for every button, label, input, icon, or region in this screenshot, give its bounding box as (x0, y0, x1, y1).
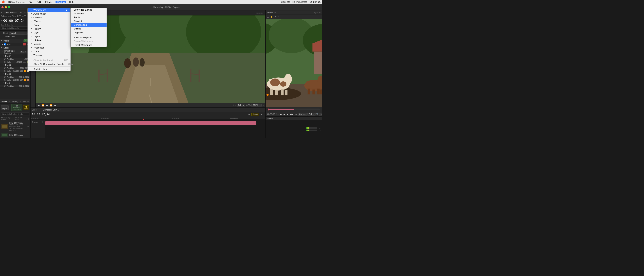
menu-controls[interactable]: ✓ Controls (28, 16, 70, 20)
point1-header[interactable]: ▼ Point 1 (0, 54, 30, 58)
ws-save[interactable]: Save Workspace... (71, 36, 106, 39)
menu-back-to-home[interactable]: Back to Home ⌘1 (28, 67, 70, 71)
point4-position-value[interactable]: -300.0 -300.0 (19, 85, 30, 87)
minimize-button[interactable] (5, 6, 7, 8)
masks-section-header[interactable]: ▼ Masks Add (0, 39, 30, 42)
help-menu[interactable]: Help (68, 1, 75, 4)
timeline-settings-icon[interactable]: ⚙ (247, 113, 251, 116)
tab-lifetime[interactable]: Lifetime (10, 12, 17, 14)
tab-media[interactable]: Media (2, 100, 7, 102)
out-point-icon[interactable]: ⎱ (235, 104, 236, 106)
in-point-icon[interactable]: ⎰ (233, 104, 234, 106)
media-item-1[interactable]: IMG_5105.mov (0, 132, 30, 138)
step-back-btn[interactable]: ⏪ (41, 104, 45, 107)
workspaces-submenu[interactable]: 360 Video Editing All Panels Audio Color… (71, 8, 107, 47)
point2-header[interactable]: ▼ Point 2 (0, 64, 30, 67)
viewer-playhead-indicator[interactable] (266, 94, 269, 96)
viewer-options-btn[interactable]: Options (298, 113, 306, 116)
sort-icon[interactable]: ↑↓ (25, 118, 27, 120)
effects-section-header[interactable]: ▼ Effects (0, 46, 30, 50)
timeline-playhead[interactable] (143, 118, 144, 120)
effect-expand-icon[interactable] (2, 51, 3, 53)
media-item-0[interactable]: IMG_5099.mov 1920 x 1080 pixels 00;00;06… (0, 121, 30, 132)
zoom-more-icon[interactable]: ⌄ (262, 104, 264, 106)
tab-text[interactable]: Text (19, 12, 22, 14)
import-button[interactable]: ⬇ Import (1, 105, 8, 110)
viewer-skip-start[interactable]: ⏮ (279, 113, 282, 116)
ws-360-video[interactable]: 360 Video Editing (71, 8, 106, 12)
menu-lifetime[interactable]: ✓ Lifetime (28, 38, 70, 42)
timeline-ruler[interactable]: 00;00;00;00 00;00;05;00 00;00;10;00 00;0… (30, 117, 266, 120)
viewer-circle-tool[interactable]: ○ (277, 16, 280, 18)
mask-visibility-checkbox[interactable] (4, 43, 6, 46)
viewer-preview[interactable] (266, 19, 322, 107)
tab-history[interactable]: History (12, 100, 18, 102)
arrange-label[interactable]: Arrange By: Name (1, 117, 12, 121)
step-forward-btn[interactable]: ⏩ (49, 104, 53, 107)
menu-audio-mixer[interactable]: ✓ Audio Mixer (28, 12, 70, 16)
skip-to-start-btn[interactable]: ⏮ (37, 104, 40, 107)
point2-eyedropper-icon[interactable]: 🔽 (24, 70, 26, 72)
viewer-text-tool[interactable]: A (274, 16, 277, 18)
blend-select[interactable]: Normal (8, 32, 29, 35)
viewer-play[interactable]: ▶ (286, 113, 289, 116)
viewer-scrubber[interactable] (268, 108, 320, 110)
zoom-select[interactable]: 66.3% (252, 104, 262, 107)
ws-colorist[interactable]: Colorist (71, 19, 106, 23)
ws-all-panels[interactable]: All Panels (71, 12, 106, 16)
new-media-button[interactable]: ⭐ New (23, 105, 29, 110)
effects-menu[interactable]: Effects (44, 1, 53, 4)
point3-header[interactable]: ▼ Point 3 (0, 72, 30, 76)
viewer-quality-select[interactable]: Full (308, 113, 316, 116)
menu-close-all[interactable]: Close All Composition Panels ⇧⌘W (28, 62, 70, 66)
menu-layout[interactable]: ✓ Layout (28, 34, 70, 38)
point3-position-value[interactable]: 300.0 -300.0 (19, 76, 29, 78)
media-search-input[interactable] (1, 112, 29, 116)
window-menu-trigger[interactable]: Window (56, 1, 66, 4)
menu-effects[interactable]: ✓ Effects (28, 20, 70, 23)
play-pause-btn[interactable]: ▶ (46, 104, 48, 107)
tab-effects[interactable]: Effects (23, 100, 29, 102)
media-item-settings-icon[interactable]: ⚙ (27, 125, 29, 128)
filter-icon[interactable]: ⊟ (28, 118, 29, 120)
mask-color-swatch[interactable] (23, 43, 26, 46)
ws-compositing[interactable]: Compositing (71, 23, 106, 27)
export-button[interactable]: Export (252, 113, 259, 116)
point3-color-swatch[interactable] (27, 79, 29, 81)
tracks-menu-icon[interactable]: ☰ (42, 121, 43, 123)
installed-templates-button[interactable]: 🎬 Installed Templates (11, 104, 22, 111)
viewer-step-fwd[interactable]: ▶▶ (289, 113, 294, 116)
group-by-label[interactable]: Group By: Folder (14, 117, 24, 121)
timecode-display[interactable]: 00;00;07;24 (3, 19, 24, 22)
quality-select[interactable]: Full (237, 104, 245, 107)
menu-layer[interactable]: ✓ Layer (28, 31, 70, 34)
workspaces-menu-item[interactable]: Workspaces ▶ 360 Video Editing All Panel… (28, 8, 70, 12)
close-button[interactable] (2, 6, 4, 8)
composite-tab-close[interactable]: ✕ (59, 108, 61, 111)
skip-to-end-btn[interactable]: ⏭ (54, 104, 57, 107)
viewer-playhead-line[interactable] (268, 108, 268, 111)
point4-header[interactable]: ▼ Point 4 (0, 82, 30, 85)
ws-editing[interactable]: Editing (71, 27, 106, 30)
menu-history[interactable]: ✓ History (28, 27, 70, 31)
mask-expand-icon[interactable] (2, 44, 3, 45)
tab-controls[interactable]: Controls (2, 12, 9, 14)
editor-tab[interactable]: Editor (32, 109, 37, 111)
viewer-step-back[interactable]: ◀ (283, 113, 286, 116)
viewer-skip-end[interactable]: ⏭ (294, 113, 298, 116)
composite-tab[interactable]: Composite Shot 1 ✕ (43, 108, 61, 111)
viewer-hand-tool[interactable]: ✋ (270, 16, 274, 18)
timeline-actions-icon[interactable]: ☰ (262, 109, 264, 111)
export-settings-icon[interactable]: ⏵| (260, 113, 264, 116)
menu-track[interactable]: ✓ Track (28, 50, 70, 53)
window-menu[interactable]: Workspaces ▶ 360 Video Editing All Panel… (28, 8, 70, 71)
menu-trimmer[interactable]: ✓ Trimmer (28, 53, 70, 57)
point3-eyedropper-icon[interactable]: 🔽 (24, 79, 26, 81)
menu-processor[interactable]: ✓ Processor (28, 46, 70, 50)
timecode-editor-display[interactable]: 00;00;07;24 (32, 113, 50, 116)
ws-reset[interactable]: Reset Workspace (71, 43, 106, 47)
file-menu[interactable]: File (28, 1, 34, 4)
app-name-menu[interactable]: HitFilm Express (7, 1, 26, 4)
apple-menu[interactable]: 🍎 (2, 0, 5, 4)
ws-audio[interactable]: Audio (71, 16, 106, 19)
